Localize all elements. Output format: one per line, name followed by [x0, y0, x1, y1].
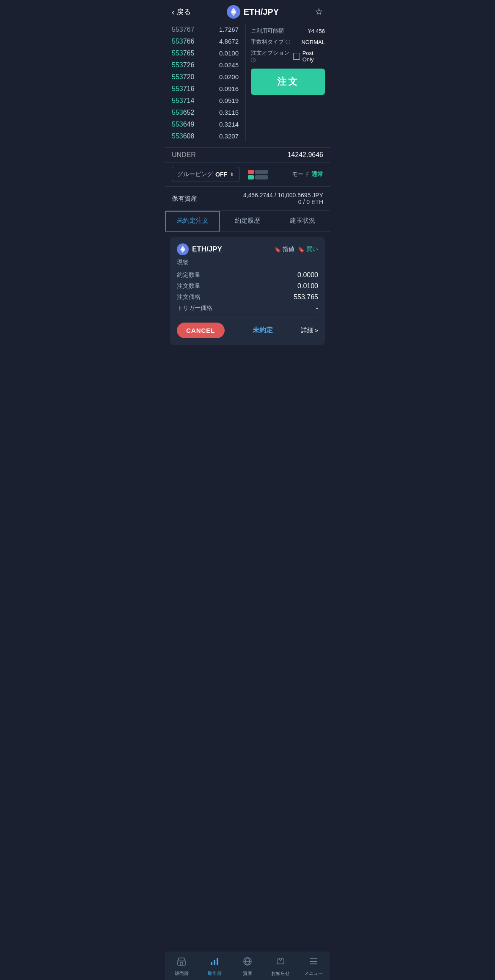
- price-cell: 553652: [172, 109, 194, 116]
- price-cell: 553716: [172, 85, 194, 93]
- price-cell: 553714: [172, 97, 194, 105]
- pair-title: ETH/JPY: [244, 7, 279, 17]
- view-box-teal-1: [248, 175, 254, 179]
- qty-cell: 0.3207: [219, 133, 239, 140]
- order-qty-row: 注文数量 0.0100: [177, 282, 318, 290]
- price-cell: 553726: [172, 61, 194, 69]
- assets-label: 保有資産: [172, 195, 197, 203]
- tabs-row: 未約定注文 約定履歴 建玉状況: [165, 211, 330, 232]
- post-only-label: Post Only: [302, 50, 325, 63]
- order-footer: CANCEL 未約定 詳細 >: [177, 323, 318, 338]
- grouping-label: グルーピング: [177, 171, 213, 178]
- order-button[interactable]: 注文: [251, 69, 325, 95]
- grouping-select[interactable]: グルーピング OFF ⬍: [172, 167, 239, 182]
- header: ‹ 戻る ETH/JPY ☆: [165, 0, 330, 24]
- tab-open-orders[interactable]: 未約定注文: [165, 211, 220, 232]
- qty-cell: 0.0100: [219, 50, 239, 57]
- right-panel: ご利用可能額 ¥4,456 手数料タイプ ⓘ NORMAL 注文オプション ⓘ …: [245, 24, 330, 142]
- available-value: ¥4,456: [308, 28, 325, 34]
- filled-qty-row: 約定数量 0.0000: [177, 271, 318, 279]
- assets-values: 4,456.2744 / 10,000.5695 JPY 0 / 0 ETH: [243, 192, 323, 205]
- post-only-checkbox[interactable]: [293, 53, 300, 60]
- order-price-row: 注文価格 553,765: [177, 293, 318, 301]
- favorite-button[interactable]: ☆: [315, 6, 323, 17]
- order-pair-name: ETH/JPY: [192, 245, 222, 254]
- order-price-value: 553,765: [294, 293, 318, 301]
- order-qty-label: 注文数量: [177, 282, 201, 290]
- orderbook-row: 553652 0.3115: [168, 107, 242, 119]
- header-center: ETH/JPY: [227, 5, 279, 19]
- view-icon-row-1: [248, 170, 268, 174]
- view-icons[interactable]: [248, 170, 268, 179]
- fee-type-row: 手数料タイプ ⓘ NORMAL: [251, 38, 325, 46]
- qty-cell: 4.8672: [219, 38, 239, 45]
- order-qty-value: 0.0100: [297, 282, 318, 290]
- assets-jpy: 4,456.2744 / 10,000.5695 JPY: [243, 192, 323, 199]
- order-status: 未約定: [253, 326, 273, 335]
- trigger-price-value: -: [316, 304, 318, 312]
- qty-cell: 1.7267: [219, 26, 239, 33]
- back-chevron-icon: ‹: [172, 7, 175, 17]
- order-direction-tag: 🔖 買い: [298, 246, 318, 253]
- available-label: ご利用可能額: [251, 27, 284, 35]
- view-icon-row-2: [248, 175, 268, 179]
- orderbook-row: 553714 0.0519: [168, 95, 242, 107]
- view-box-red-1: [248, 170, 254, 174]
- order-option-row: 注文オプション ⓘ Post Only: [251, 49, 325, 63]
- under-value: 14242.9646: [287, 151, 323, 159]
- tab-trade-history[interactable]: 約定履歴: [220, 211, 275, 231]
- eth-order-icon: [177, 243, 189, 255]
- detail-arrow-icon: >: [314, 327, 318, 334]
- back-label: 戻る: [176, 7, 191, 17]
- orderbook-row: 553720 0.0200: [168, 71, 242, 83]
- controls-row: グルーピング OFF ⬍ モード 通常: [165, 162, 330, 187]
- price-cell: 553720: [172, 73, 194, 81]
- order-pair: ETH/JPY: [177, 243, 222, 255]
- post-only-value: Post Only: [293, 50, 325, 63]
- trigger-price-row: トリガー価格 -: [177, 304, 318, 312]
- detail-link[interactable]: 詳細 >: [301, 326, 318, 334]
- orderbook-row: 553765 0.0100: [168, 47, 242, 59]
- trigger-price-label: トリガー価格: [177, 304, 212, 312]
- fee-info-icon: ⓘ: [286, 39, 290, 44]
- price-cell: 553608: [172, 133, 194, 140]
- cancel-button[interactable]: CANCEL: [177, 323, 225, 338]
- price-cell: 553765: [172, 50, 194, 57]
- qty-cell: 0.0245: [219, 61, 239, 69]
- mode-value: 通常: [311, 171, 323, 177]
- available-balance-row: ご利用可能額 ¥4,456: [251, 27, 325, 35]
- qty-cell: 0.3115: [219, 109, 239, 116]
- order-option-label: 注文オプション ⓘ: [251, 49, 293, 63]
- assets-row: 保有資産 4,456.2744 / 10,000.5695 JPY 0 / 0 …: [165, 187, 330, 211]
- qty-cell: 0.0519: [219, 97, 239, 105]
- back-button[interactable]: ‹ 戻る: [172, 7, 191, 17]
- view-box-dark-2: [255, 175, 268, 179]
- filled-qty-value: 0.0000: [297, 271, 318, 279]
- order-type-label: 現物: [177, 259, 318, 266]
- order-price-label: 注文価格: [177, 293, 201, 301]
- price-cell: 553766: [172, 38, 194, 45]
- order-card-header: ETH/JPY 🔖 指値 🔖 買い: [177, 243, 318, 255]
- assets-top: 保有資産 4,456.2744 / 10,000.5695 JPY 0 / 0 …: [172, 192, 323, 205]
- mode-text: モード 通常: [292, 171, 323, 178]
- eth-logo-icon: [227, 5, 240, 19]
- order-card: ETH/JPY 🔖 指値 🔖 買い 現物 約定数量 0.0000 注文数量 0.…: [170, 237, 325, 345]
- orderbook-left: 553767 1.7267 553766 4.8672 553765 0.010…: [165, 24, 245, 142]
- orderbook-row: 553726 0.0245: [168, 59, 242, 71]
- qty-cell: 0.0200: [219, 73, 239, 81]
- tab-positions[interactable]: 建玉状況: [275, 211, 330, 231]
- view-box-dark-1: [255, 170, 268, 174]
- order-option-info-icon: ⓘ: [251, 58, 256, 63]
- orderbook-row: 553608 0.3207: [168, 130, 242, 142]
- orderbook-section: 553767 1.7267 553766 4.8672 553765 0.010…: [165, 24, 330, 146]
- grouping-arrow-icon: ⬍: [230, 171, 234, 177]
- under-label: UNDER: [172, 151, 196, 159]
- controls-inner: グルーピング OFF ⬍: [172, 167, 268, 182]
- grouping-value: OFF: [215, 171, 227, 178]
- price-cell: 553767: [172, 26, 194, 33]
- orderbook-row: 553649 0.3214: [168, 119, 242, 130]
- fee-label: 手数料タイプ ⓘ: [251, 38, 290, 46]
- order-tags: 🔖 指値 🔖 買い: [274, 246, 318, 253]
- qty-cell: 0.3214: [219, 121, 239, 128]
- orderbook-row: 553766 4.8672: [168, 36, 242, 47]
